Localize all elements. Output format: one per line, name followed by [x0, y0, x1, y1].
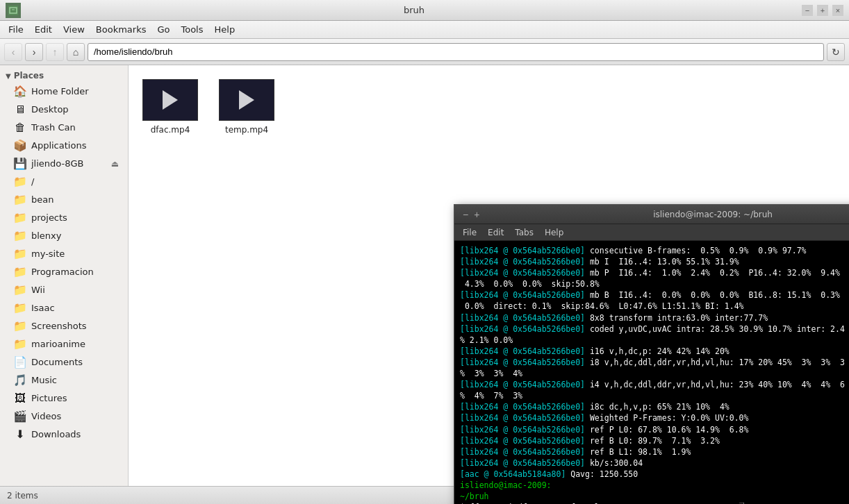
item-count: 2 items: [7, 491, 38, 501]
sidebar-item-bean[interactable]: 📁 bean: [2, 191, 126, 208]
sidebar-item-downloads[interactable]: ⬇ Downloads: [2, 426, 126, 443]
file-area: dfac.mp4 temp.mp4 − + isliendo@imac-2009…: [129, 65, 849, 486]
window-title: bruh: [26, 5, 802, 15]
sidebar-item-programacion[interactable]: 📁 Programacion: [2, 263, 126, 280]
reload-button[interactable]: ↻: [827, 43, 845, 61]
music-icon: 🎵: [13, 373, 27, 387]
terminal-maximize[interactable]: +: [471, 209, 482, 220]
sidebar-section-places[interactable]: ▼ Places: [0, 69, 128, 82]
window-titlebar: bruh − + ×: [0, 0, 849, 21]
terminal-titlebar: − + isliendo@imac-2009: ~/bruh ×: [454, 205, 849, 224]
terminal-dir-line: ~/bruh: [460, 491, 849, 502]
downloads-icon: ⬇: [13, 428, 27, 441]
sidebar-item-trash-can[interactable]: 🗑 Trash Can: [2, 119, 126, 136]
terminal-title: isliendo@imac-2009: ~/bruh: [482, 210, 849, 219]
file-item-temp[interactable]: temp.mp4: [219, 79, 274, 135]
play-icon: [163, 90, 178, 110]
terminal-minimize[interactable]: −: [460, 209, 471, 220]
menu-edit[interactable]: Edit: [29, 23, 58, 36]
sidebar-label-applications: Applications: [31, 140, 86, 151]
file-icon-dfac: [142, 79, 198, 121]
sidebar-item-videos[interactable]: 🎬 Videos: [2, 408, 126, 425]
desktop-icon: 🖥: [13, 103, 27, 116]
home-button[interactable]: ⌂: [67, 43, 85, 61]
sidebar-item-applications[interactable]: 📦 Applications: [2, 137, 126, 154]
mysite-icon: 📁: [13, 247, 27, 260]
terminal-line: [libx264 @ 0x564ab5266be0] i4 v,h,dc,ddl…: [460, 379, 849, 390]
sidebar-item-documents[interactable]: 📄 Documents: [2, 353, 126, 371]
terminal-line: % 4% 7% 3%: [460, 390, 849, 401]
sidebar-item-pictures[interactable]: 🖼 Pictures: [2, 389, 126, 407]
terminal-menu-bar: File Edit Tabs Help: [454, 224, 849, 241]
sidebar-label-trash: Trash Can: [31, 122, 76, 133]
terminal-line: [libx264 @ 0x564ab5266be0] ref B L0: 89.…: [460, 435, 849, 446]
sidebar-label-mysite: my-site: [31, 249, 65, 259]
minimize-button[interactable]: −: [802, 5, 813, 16]
menu-go[interactable]: Go: [151, 23, 175, 36]
sidebar-label-downloads: Downloads: [31, 429, 81, 439]
home-icon: 🏠: [13, 85, 27, 98]
window-icon: [6, 3, 21, 18]
places-arrow: ▼: [6, 72, 11, 80]
terminal-line: 0.0% direct: 0.1% skip:84.6% L0:47.6% L1…: [460, 301, 849, 312]
terminal-body[interactable]: [libx264 @ 0x564ab5266be0] consecutive B…: [454, 241, 849, 504]
screenshots-icon: 📁: [13, 319, 27, 333]
sidebar-section-label: Places: [14, 71, 44, 81]
projects-icon: 📁: [13, 211, 27, 224]
sidebar-label-pictures: Pictures: [31, 393, 67, 403]
menu-bookmarks[interactable]: Bookmarks: [90, 23, 152, 36]
file-item-dfac[interactable]: dfac.mp4: [142, 79, 198, 135]
terminal-line: [libx264 @ 0x564ab5266be0] mb P I16..4: …: [460, 267, 849, 278]
sidebar-label-screenshots: Screenshots: [31, 321, 87, 331]
address-bar[interactable]: [88, 43, 824, 61]
eject-button[interactable]: ⏏: [110, 158, 120, 170]
drive-icon: 💾: [13, 157, 27, 170]
terminal-line: [libx264 @ 0x564ab5266be0] Weighted P-Fr…: [460, 412, 849, 423]
programacion-icon: 📁: [13, 265, 27, 278]
window-controls: − + ×: [802, 5, 843, 16]
sidebar-item-music[interactable]: 🎵 Music: [2, 371, 126, 389]
terminal-line: % 2.1% 0.0%: [460, 335, 849, 346]
sidebar-item-home-folder[interactable]: 🏠 Home Folder: [2, 83, 126, 100]
terminal-line: [libx264 @ 0x564ab5266be0] i8c dc,h,v,p:…: [460, 401, 849, 412]
sidebar-item-marioanime[interactable]: 📁 marioanime: [2, 335, 126, 353]
terminal-line: [libx264 @ 0x564ab5266be0] i16 v,h,dc,p:…: [460, 346, 849, 357]
sidebar-label-jliendo: jliendo-8GB: [31, 158, 83, 169]
marioanime-icon: 📁: [13, 337, 27, 351]
blenxy-icon: 📁: [13, 229, 27, 242]
sidebar-item-desktop[interactable]: 🖥 Desktop: [2, 101, 126, 118]
menu-tools[interactable]: Tools: [175, 23, 208, 36]
sidebar-label-desktop: Desktop: [31, 104, 69, 115]
close-button[interactable]: ×: [832, 5, 843, 16]
sidebar-label-blenxy: blenxy: [31, 230, 62, 241]
up-button[interactable]: ↑: [46, 43, 64, 61]
terminal-line: [libx264 @ 0x564ab5266be0] mb I I16..4: …: [460, 256, 849, 267]
sidebar-item-blenxy[interactable]: 📁 blenxy: [2, 227, 126, 244]
menu-view[interactable]: View: [58, 23, 90, 36]
terminal-line: [libx264 @ 0x564ab5266be0] coded y,uvDC,…: [460, 324, 849, 335]
terminal-menu-help[interactable]: Help: [539, 227, 569, 238]
maximize-button[interactable]: +: [817, 5, 828, 16]
forward-button[interactable]: ›: [25, 43, 43, 61]
sidebar-item-isaac[interactable]: 📁 Isaac: [2, 299, 126, 317]
menu-file[interactable]: File: [3, 23, 29, 36]
sidebar-item-jliendo[interactable]: 💾 jliendo-8GB ⏏: [2, 155, 126, 172]
menu-help[interactable]: Help: [209, 23, 241, 36]
terminal-menu-edit[interactable]: Edit: [482, 227, 509, 238]
back-button[interactable]: ‹: [4, 43, 22, 61]
file-name-dfac: dfac.mp4: [151, 125, 190, 135]
sidebar-item-projects[interactable]: 📁 projects: [2, 209, 126, 226]
terminal-menu-file[interactable]: File: [457, 227, 482, 238]
sidebar-label-bean: bean: [31, 194, 53, 205]
toolbar: ‹ › ↑ ⌂ ↻: [0, 39, 849, 65]
sidebar-item-root[interactable]: 📁 /: [2, 173, 126, 190]
jliendo-main: 💾 jliendo-8GB: [13, 157, 83, 170]
terminal-menu-tabs[interactable]: Tabs: [509, 227, 539, 238]
sidebar-item-mysite[interactable]: 📁 my-site: [2, 245, 126, 262]
sidebar-label-wii: Wii: [31, 285, 45, 295]
wii-icon: 📁: [13, 283, 27, 296]
sidebar-label-projects: projects: [31, 212, 67, 223]
sidebar-item-screenshots[interactable]: 📁 Screenshots: [2, 317, 126, 335]
sidebar-item-wii[interactable]: 📁 Wii: [2, 281, 126, 299]
file-icon-temp: [219, 79, 274, 121]
